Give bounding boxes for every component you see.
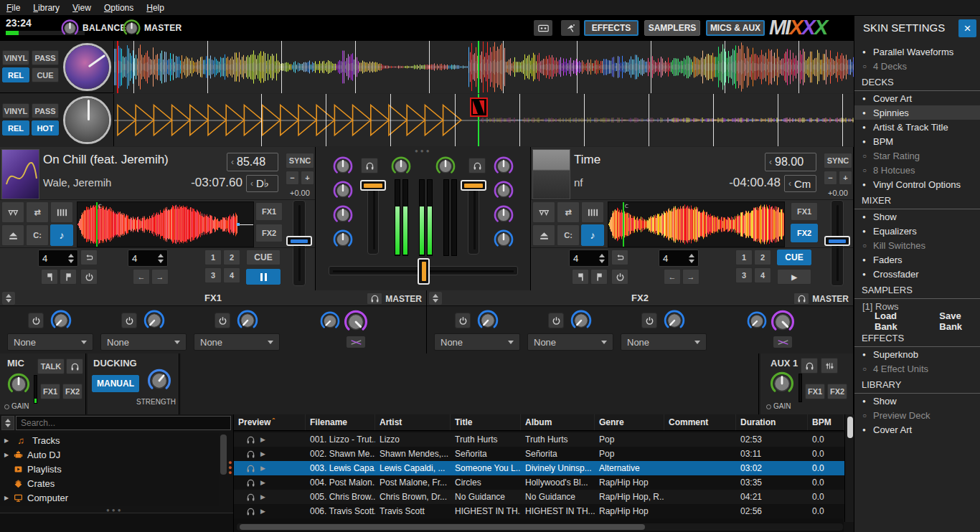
deck1-pfl-button[interactable] bbox=[361, 158, 378, 174]
deck2-eject-button[interactable] bbox=[532, 224, 555, 246]
deck1-slip-button[interactable] bbox=[1, 201, 24, 223]
fx-power-button[interactable] bbox=[455, 313, 471, 328]
deck2-spinny[interactable] bbox=[63, 96, 111, 144]
aux-mixer-button[interactable] bbox=[821, 358, 838, 374]
broadcast-button[interactable] bbox=[561, 20, 580, 36]
deck1-loop-in-button[interactable] bbox=[41, 269, 58, 285]
deck2-play-button[interactable]: ▶ bbox=[777, 269, 811, 285]
column-header-artist[interactable]: Artist bbox=[375, 414, 451, 430]
fx1-pfl-button[interactable] bbox=[367, 293, 382, 305]
deck-fx-assign-button[interactable]: FX2 bbox=[255, 224, 283, 242]
deck2-rate-minus-button[interactable]: − bbox=[824, 171, 837, 185]
column-header-bpm[interactable]: BPM bbox=[808, 414, 844, 430]
ducking-mode-button[interactable]: MANUAL bbox=[92, 375, 139, 392]
fx1-super-knob[interactable] bbox=[343, 309, 369, 335]
skin-setting-item[interactable]: Show bbox=[854, 394, 980, 408]
mic-pfl-button[interactable] bbox=[66, 358, 83, 374]
deck2-volume-handle[interactable] bbox=[461, 180, 486, 191]
ducking-strength-knob[interactable] bbox=[146, 368, 172, 394]
deck1-cover-art[interactable] bbox=[1, 149, 39, 199]
preview-play-icon[interactable]: ▶ bbox=[260, 450, 265, 457]
vertical-splitter-handle[interactable]: ●●● bbox=[228, 460, 232, 475]
column-header-duration[interactable]: Duration bbox=[736, 414, 808, 430]
deck2-key-display[interactable]: ‹Cm bbox=[784, 175, 816, 192]
column-header-album[interactable]: Album bbox=[521, 414, 595, 430]
deck1-pitch-handle[interactable] bbox=[286, 236, 312, 246]
deck1-volume-handle[interactable] bbox=[360, 180, 386, 191]
deck2-pitch-handle[interactable] bbox=[824, 236, 850, 246]
skin-setting-item[interactable]: Spinnies bbox=[854, 105, 980, 120]
balance-knob[interactable] bbox=[60, 19, 80, 38]
aux-pfl-button[interactable] bbox=[801, 358, 818, 374]
deck1-beatgrid-button[interactable] bbox=[50, 201, 73, 223]
deck1-waveform[interactable] bbox=[113, 41, 854, 93]
deck2-overview-waveform[interactable] bbox=[608, 201, 785, 247]
hotcue-button[interactable]: 3 bbox=[204, 267, 222, 283]
preview-headphone-icon[interactable] bbox=[245, 493, 256, 502]
deck2-beatjump-forward-button[interactable]: → bbox=[682, 269, 699, 285]
master-knob[interactable] bbox=[122, 19, 141, 38]
table-row[interactable]: ▶ 002. Shawn Me... Shawn Mendes,... Seño… bbox=[234, 447, 844, 461]
vinyl-mode-button[interactable]: VINYL bbox=[2, 50, 29, 65]
skin-setting-item[interactable]: Star Rating bbox=[854, 148, 980, 163]
search-input[interactable] bbox=[16, 416, 231, 430]
fx2-invert-button[interactable] bbox=[773, 336, 792, 348]
preview-headphone-icon[interactable] bbox=[245, 464, 256, 473]
menu-item[interactable]: Options bbox=[98, 1, 140, 15]
deck1-key-display[interactable]: ‹D♭ bbox=[246, 175, 278, 192]
library-tree-item[interactable]: ▶ Playlists bbox=[0, 462, 219, 476]
deck1-repeat-button[interactable]: ⇄ bbox=[26, 201, 49, 223]
menu-item[interactable]: Help bbox=[140, 1, 171, 15]
deck1-loop-out-button[interactable] bbox=[60, 269, 77, 285]
skin-setting-item[interactable]: Vinyl Control Options bbox=[854, 177, 980, 191]
effects-toggle[interactable]: EFFECTS bbox=[584, 20, 639, 36]
deck2-beatjump-size[interactable]: 4 bbox=[659, 250, 699, 267]
skin-setting-item[interactable]: 4 Effect Units bbox=[854, 361, 980, 376]
fx-power-button[interactable] bbox=[121, 313, 137, 328]
vinyl-mode-button[interactable]: HOT bbox=[32, 120, 59, 136]
fx2-pfl-button[interactable] bbox=[793, 293, 809, 305]
skin-setting-item[interactable]: Show bbox=[854, 209, 980, 224]
hotcue-button[interactable]: 1 bbox=[735, 250, 753, 265]
preview-play-icon[interactable]: ▶ bbox=[260, 465, 265, 472]
skin-setting-item[interactable]: Cover Art bbox=[854, 91, 980, 105]
fx-meta-knob[interactable] bbox=[476, 309, 499, 332]
deck2-rate-plus-button[interactable]: + bbox=[839, 171, 852, 185]
fx1-invert-button[interactable] bbox=[347, 336, 365, 348]
expand-arrow-icon[interactable]: ▶ bbox=[0, 495, 13, 501]
library-tree-item[interactable]: ▶ ♫ Tracks bbox=[0, 433, 219, 447]
skin-setting-item[interactable]: Superknob bbox=[854, 347, 980, 361]
library-tree-item[interactable]: ▶ Crates bbox=[0, 476, 219, 490]
preview-headphone-icon[interactable] bbox=[245, 450, 256, 459]
skin-setting-item[interactable]: BPM bbox=[854, 134, 980, 148]
deck2-repeat-button[interactable]: ⇄ bbox=[557, 201, 580, 223]
fx-power-button[interactable] bbox=[28, 313, 44, 328]
aux-fx2-button[interactable]: FX2 bbox=[827, 384, 847, 399]
deck2-beatgrid-button[interactable] bbox=[581, 201, 604, 223]
fx-meta-knob[interactable] bbox=[236, 309, 259, 332]
fx2-mix-knob[interactable] bbox=[746, 310, 768, 332]
deck1-eject-button[interactable] bbox=[1, 224, 24, 246]
fx-effect-select[interactable]: None bbox=[7, 333, 93, 351]
deck1-eq-high-knob[interactable] bbox=[332, 180, 354, 201]
hotcue-button[interactable]: 4 bbox=[223, 267, 240, 283]
aux-fx1-button[interactable]: FX1 bbox=[805, 384, 825, 399]
deck2-eq-mid-knob[interactable] bbox=[493, 204, 514, 226]
deck2-slip-button[interactable] bbox=[532, 201, 555, 223]
menu-item[interactable]: File bbox=[0, 1, 27, 15]
tree-scrollbar[interactable] bbox=[220, 434, 227, 475]
deck-fx-assign-button[interactable]: FX1 bbox=[255, 202, 283, 221]
preview-play-icon[interactable]: ▶ bbox=[260, 436, 265, 443]
mic-fx1-button[interactable]: FX1 bbox=[40, 384, 60, 399]
library-splitter-button[interactable] bbox=[1, 416, 14, 430]
deck1-quickeffect-knob[interactable] bbox=[332, 229, 354, 250]
deck2-loop-in-button[interactable] bbox=[572, 269, 589, 285]
mic-talk-button[interactable]: TALK bbox=[37, 358, 65, 374]
hotcue-button[interactable]: 2 bbox=[754, 250, 771, 265]
vinyl-mode-button[interactable]: CUE bbox=[32, 67, 59, 82]
column-header-comment[interactable]: Comment bbox=[664, 414, 736, 430]
skin-setting-item[interactable]: Equalizers bbox=[854, 224, 980, 238]
fx-meta-knob[interactable] bbox=[50, 309, 72, 332]
deck1-overview-waveform[interactable] bbox=[77, 201, 254, 247]
hotcue-button[interactable]: 4 bbox=[754, 267, 771, 283]
